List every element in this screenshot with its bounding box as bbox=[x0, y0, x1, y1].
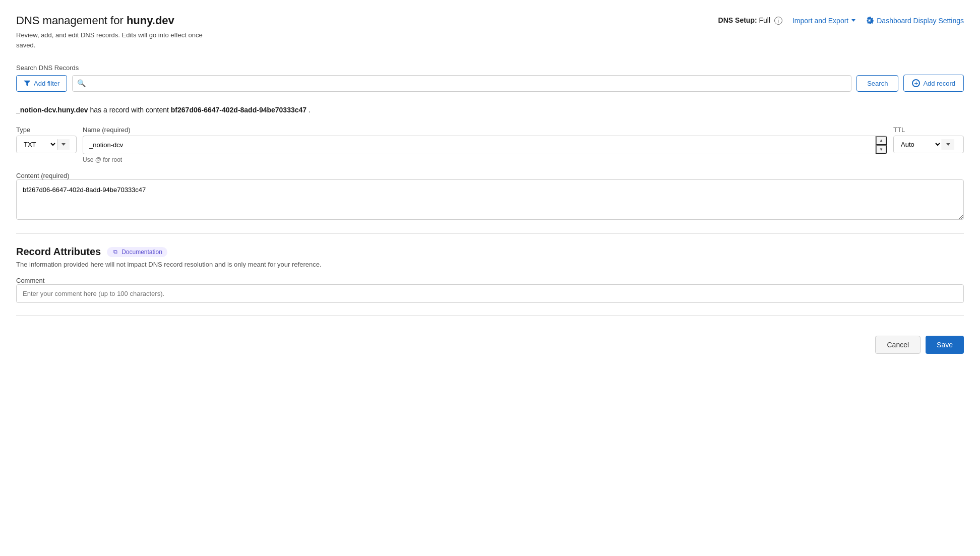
comment-label: Comment bbox=[16, 277, 44, 284]
add-record-label: Add record bbox=[923, 80, 955, 87]
content-group: Content (required) bf267d06-6647-402d-8a… bbox=[16, 171, 964, 221]
chevron-down-icon bbox=[851, 19, 855, 22]
record-attributes-header: Record Attributes ⧉ Documentation bbox=[16, 246, 964, 258]
header-actions: DNS Setup: Full i Import and Export Dash… bbox=[718, 14, 964, 25]
record-info-period: . bbox=[309, 106, 311, 114]
cancel-button[interactable]: Cancel bbox=[875, 336, 921, 354]
gear-icon bbox=[866, 17, 874, 25]
ttl-select[interactable]: Auto bbox=[894, 136, 942, 153]
record-attributes-title: Record Attributes bbox=[16, 246, 101, 258]
ttl-label: TTL bbox=[893, 126, 964, 134]
import-export-button[interactable]: Import and Export bbox=[792, 17, 855, 25]
record-hostname: _notion-dcv.huny.dev bbox=[16, 106, 88, 114]
page-header: DNS management for huny.dev Review, add,… bbox=[16, 14, 964, 50]
dns-setup-label: DNS Setup: Full i bbox=[718, 16, 782, 25]
name-input[interactable] bbox=[83, 137, 875, 153]
save-button[interactable]: Save bbox=[926, 336, 964, 354]
documentation-label: Documentation bbox=[121, 249, 162, 256]
search-button[interactable]: Search bbox=[856, 75, 898, 92]
plus-circle-icon: + bbox=[912, 79, 920, 87]
documentation-badge-button[interactable]: ⧉ Documentation bbox=[107, 247, 167, 257]
form-section: Type TXT Name (required) ▲ ▼ Use @ for r bbox=[16, 126, 964, 221]
spinner-down-button[interactable]: ▼ bbox=[876, 145, 887, 154]
spinner-up-button[interactable]: ▲ bbox=[876, 136, 887, 145]
type-select[interactable]: TXT bbox=[17, 136, 57, 153]
ttl-select-wrapper: Auto bbox=[893, 136, 964, 153]
add-filter-label: Add filter bbox=[34, 80, 59, 87]
search-row: Add filter 🔍 Search + Add record bbox=[16, 75, 964, 92]
search-icon: 🔍 bbox=[77, 79, 86, 87]
page-title: DNS management for huny.dev bbox=[16, 14, 203, 27]
bottom-actions: Cancel Save bbox=[16, 336, 964, 354]
record-content-value: bf267d06-6647-402d-8add-94be70333c47 bbox=[171, 106, 307, 114]
content-label: Content (required) bbox=[16, 172, 70, 179]
add-record-button[interactable]: + Add record bbox=[903, 75, 964, 92]
type-select-wrapper: TXT bbox=[16, 136, 77, 153]
form-row-type-name-ttl: Type TXT Name (required) ▲ ▼ Use @ for r bbox=[16, 126, 964, 163]
content-textarea[interactable]: bf267d06-6647-402d-8add-94be70333c47 bbox=[16, 179, 964, 220]
ttl-chevron-icon bbox=[946, 143, 950, 146]
ttl-group: TTL Auto bbox=[893, 126, 964, 153]
record-info-bar: _notion-dcv.huny.dev has a record with c… bbox=[16, 104, 964, 116]
section-divider-1 bbox=[16, 233, 964, 234]
name-group: Name (required) ▲ ▼ Use @ for root bbox=[83, 126, 887, 163]
name-hint: Use @ for root bbox=[83, 156, 887, 163]
name-label: Name (required) bbox=[83, 126, 887, 134]
name-input-wrapper: ▲ ▼ bbox=[83, 136, 887, 154]
import-export-label: Import and Export bbox=[792, 17, 848, 25]
page-title-prefix: DNS management for bbox=[16, 14, 127, 27]
search-input-wrapper: 🔍 bbox=[72, 75, 851, 92]
record-attributes-section: Record Attributes ⧉ Documentation The in… bbox=[16, 246, 964, 303]
ttl-dropdown-arrow[interactable] bbox=[942, 139, 954, 150]
page-subtitle: Review, add, and edit DNS records. Edits… bbox=[16, 30, 203, 50]
record-attributes-description: The information provided here will not i… bbox=[16, 261, 964, 268]
search-input[interactable] bbox=[72, 75, 851, 92]
comment-input[interactable] bbox=[16, 284, 964, 303]
type-label: Type bbox=[16, 126, 77, 134]
type-dropdown-arrow[interactable] bbox=[57, 139, 70, 150]
dashboard-settings-label: Dashboard Display Settings bbox=[877, 17, 964, 25]
type-chevron-icon bbox=[62, 143, 66, 146]
record-info-middle: has a record with content bbox=[90, 106, 171, 114]
filter-icon bbox=[24, 80, 31, 87]
name-spinner: ▲ ▼ bbox=[875, 136, 887, 154]
add-filter-button[interactable]: Add filter bbox=[16, 75, 67, 92]
title-block: DNS management for huny.dev Review, add,… bbox=[16, 14, 203, 50]
doc-icon: ⧉ bbox=[112, 249, 119, 256]
search-label: Search DNS Records bbox=[16, 64, 964, 72]
page-title-domain: huny.dev bbox=[127, 14, 174, 27]
section-divider-2 bbox=[16, 315, 964, 316]
search-section: Search DNS Records Add filter 🔍 Search +… bbox=[16, 64, 964, 92]
comment-group: Comment bbox=[16, 276, 964, 303]
dashboard-settings-button[interactable]: Dashboard Display Settings bbox=[866, 17, 964, 25]
dns-setup-info-icon[interactable]: i bbox=[774, 17, 782, 25]
type-group: Type TXT bbox=[16, 126, 77, 153]
